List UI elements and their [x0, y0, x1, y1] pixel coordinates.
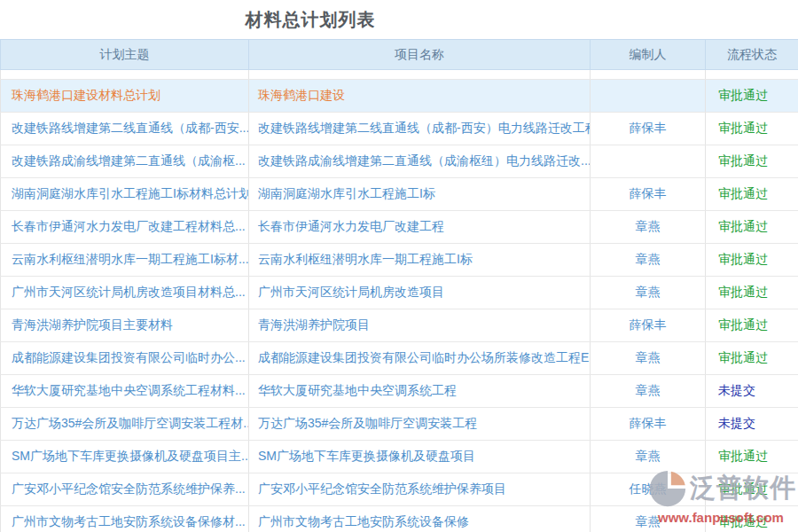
author-cell: 薛保丰 — [591, 178, 706, 211]
author-cell: 薛保丰 — [591, 408, 706, 441]
author-cell: 章燕 — [591, 506, 706, 532]
plan-subject-cell[interactable]: SM广场地下车库更换摄像机及硬盘项目主... — [1, 441, 249, 473]
author-cell — [591, 80, 706, 113]
plan-subject-cell[interactable]: 湖南洞庭湖水库引水工程施工I标材料总计划 — [1, 178, 249, 211]
status-cell: 审批通过 — [706, 309, 798, 342]
author-cell: 章燕 — [591, 342, 706, 375]
table-row[interactable]: 广州市天河区统计局机房改造项目材料总...广州市天河区统计局机房改造项目章燕审批… — [1, 277, 798, 309]
column-header-author: 编制人 — [591, 40, 706, 70]
status-cell: 审批通过 — [706, 211, 798, 244]
table-body: 珠海鹤港口建设材料总计划珠海鹤港口建设审批通过改建铁路线增建第二线直通线（成都-… — [1, 70, 798, 532]
table-row[interactable]: 成都能源建设集团投资有限公司临时办公...成都能源建设集团投资有限公司临时办公场… — [1, 342, 798, 375]
page-title: 材料总计划列表 — [0, 8, 621, 32]
plan-subject-cell[interactable]: 珠海鹤港口建设材料总计划 — [1, 80, 249, 113]
table-row[interactable]: 广州市文物考古工地安防系统设备保修材...广州市文物考古工地安防系统设备保修章燕… — [1, 506, 798, 532]
status-cell: 审批通过 — [706, 277, 798, 309]
material-plan-table: 计划主题 项目名称 编制人 流程状态 珠海鹤港口建设材料总计划珠海鹤港口建设审批… — [0, 39, 798, 532]
material-plan-page: 材料总计划列表 计划主题 项目名称 编制人 流程状态 珠海鹤港口建设材料总计划珠… — [0, 0, 798, 532]
table-row[interactable]: 云南水利枢纽潜明水库一期工程施工I标材...云南水利枢纽潜明水库一期工程施工I标… — [1, 244, 798, 277]
author-cell — [591, 145, 706, 178]
table-row[interactable]: 华软大厦研究基地中央空调系统工程材料...华软大厦研究基地中央空调系统工程章燕未… — [1, 375, 798, 408]
author-cell: 任晓燕 — [591, 473, 706, 506]
project-name-cell[interactable]: 万达广场35#会所及咖啡厅空调安装工程 — [249, 408, 591, 441]
table-row[interactable]: 改建铁路成渝线增建第二直通线（成渝枢...改建铁路成渝线增建第二直通线（成渝枢纽… — [1, 145, 798, 178]
plan-subject-cell[interactable]: 华软大厦研究基地中央空调系统工程材料... — [1, 375, 249, 408]
status-cell: 审批通过 — [706, 473, 798, 506]
author-cell: 章燕 — [591, 375, 706, 408]
table-row[interactable]: 湖南洞庭湖水库引水工程施工I标材料总计划湖南洞庭湖水库引水工程施工I标薛保丰审批… — [1, 178, 798, 211]
project-name-cell[interactable]: 改建铁路成渝线增建第二直通线（成渝枢纽）电力线路迁改... — [249, 145, 591, 178]
plan-subject-cell[interactable]: 长春市伊通河水力发电厂改建工程材料总... — [1, 211, 249, 244]
spacer-row — [1, 70, 798, 80]
plan-subject-cell[interactable]: 成都能源建设集团投资有限公司临时办公... — [1, 342, 249, 375]
plan-subject-cell[interactable]: 青海洪湖养护院项目主要材料 — [1, 309, 249, 342]
status-cell: 审批通过 — [706, 145, 798, 178]
status-cell: 审批通过 — [706, 506, 798, 532]
table-row[interactable]: SM广场地下车库更换摄像机及硬盘项目主...SM广场地下车库更换摄像机及硬盘项目… — [1, 441, 798, 473]
project-name-cell[interactable]: 成都能源建设集团投资有限公司临时办公场所装修改造工程E... — [249, 342, 591, 375]
project-name-cell[interactable]: 华软大厦研究基地中央空调系统工程 — [249, 375, 591, 408]
status-cell: 审批通过 — [706, 80, 798, 113]
status-cell: 审批通过 — [706, 113, 798, 145]
project-name-cell[interactable]: 广安邓小平纪念馆安全防范系统维护保养项目 — [249, 473, 591, 506]
status-cell: 未提交 — [706, 375, 798, 408]
status-cell: 审批通过 — [706, 342, 798, 375]
plan-subject-cell[interactable]: 广州市天河区统计局机房改造项目材料总... — [1, 277, 249, 309]
table-row[interactable]: 长春市伊通河水力发电厂改建工程材料总...长春市伊通河水力发电厂改建工程章燕审批… — [1, 211, 798, 244]
project-name-cell[interactable]: 云南水利枢纽潜明水库一期工程施工I标 — [249, 244, 591, 277]
table-row[interactable]: 珠海鹤港口建设材料总计划珠海鹤港口建设审批通过 — [1, 80, 798, 113]
plan-subject-cell[interactable]: 改建铁路成渝线增建第二直通线（成渝枢... — [1, 145, 249, 178]
status-cell: 审批通过 — [706, 178, 798, 211]
column-header-plan-subject: 计划主题 — [1, 40, 249, 70]
plan-subject-cell[interactable]: 广安邓小平纪念馆安全防范系统维护保养... — [1, 473, 249, 506]
status-cell: 审批通过 — [706, 441, 798, 473]
author-cell: 章燕 — [591, 244, 706, 277]
plan-subject-cell[interactable]: 广州市文物考古工地安防系统设备保修材... — [1, 506, 249, 532]
column-header-status: 流程状态 — [706, 40, 798, 70]
table-row[interactable]: 青海洪湖养护院项目主要材料青海洪湖养护院项目薛保丰审批通过 — [1, 309, 798, 342]
project-name-cell[interactable]: SM广场地下车库更换摄像机及硬盘项目 — [249, 441, 591, 473]
project-name-cell[interactable]: 改建铁路线增建第二线直通线（成都-西安）电力线路迁改工程 — [249, 113, 591, 145]
author-cell: 章燕 — [591, 441, 706, 473]
author-cell: 章燕 — [591, 211, 706, 244]
project-name-cell[interactable]: 广州市天河区统计局机房改造项目 — [249, 277, 591, 309]
plan-subject-cell[interactable]: 改建铁路线增建第二线直通线（成都-西安... — [1, 113, 249, 145]
project-name-cell[interactable]: 青海洪湖养护院项目 — [249, 309, 591, 342]
project-name-cell[interactable]: 广州市文物考古工地安防系统设备保修 — [249, 506, 591, 532]
status-cell: 审批通过 — [706, 244, 798, 277]
plan-subject-cell[interactable]: 万达广场35#会所及咖啡厅空调安装工程材... — [1, 408, 249, 441]
project-name-cell[interactable]: 长春市伊通河水力发电厂改建工程 — [249, 211, 591, 244]
author-cell: 章燕 — [591, 277, 706, 309]
author-cell: 薛保丰 — [591, 113, 706, 145]
project-name-cell[interactable]: 湖南洞庭湖水库引水工程施工I标 — [249, 178, 591, 211]
column-header-project-name: 项目名称 — [249, 40, 591, 70]
plan-subject-cell[interactable]: 云南水利枢纽潜明水库一期工程施工I标材... — [1, 244, 249, 277]
status-cell: 未提交 — [706, 408, 798, 441]
table-header: 计划主题 项目名称 编制人 流程状态 — [1, 40, 798, 70]
table-row[interactable]: 改建铁路线增建第二线直通线（成都-西安...改建铁路线增建第二线直通线（成都-西… — [1, 113, 798, 145]
project-name-cell[interactable]: 珠海鹤港口建设 — [249, 80, 591, 113]
table-row[interactable]: 广安邓小平纪念馆安全防范系统维护保养...广安邓小平纪念馆安全防范系统维护保养项… — [1, 473, 798, 506]
author-cell: 薛保丰 — [591, 309, 706, 342]
table-row[interactable]: 万达广场35#会所及咖啡厅空调安装工程材...万达广场35#会所及咖啡厅空调安装… — [1, 408, 798, 441]
title-bar: 材料总计划列表 — [0, 0, 798, 39]
